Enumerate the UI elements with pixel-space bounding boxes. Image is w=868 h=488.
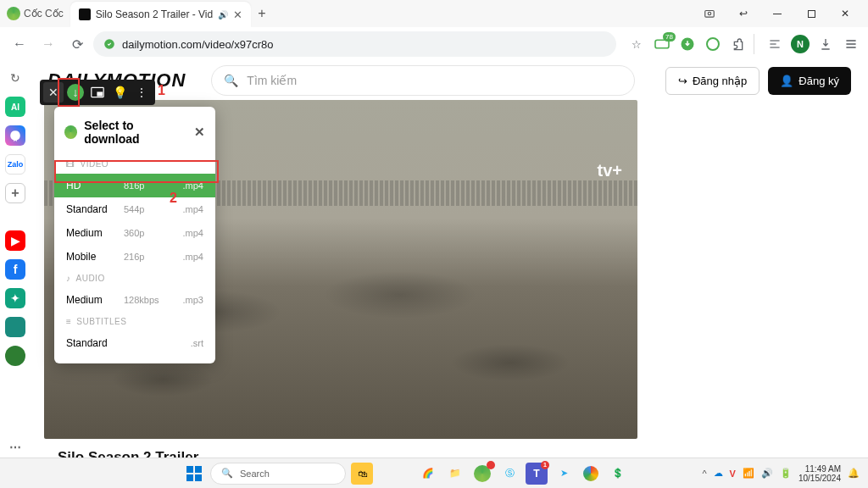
- popup-title: Select to download: [84, 119, 187, 146]
- toolbar-pip-icon[interactable]: [87, 82, 108, 103]
- taskbar-store-icon[interactable]: 🛍: [351, 463, 373, 485]
- toolbar-more-icon[interactable]: ⋮: [131, 82, 152, 103]
- screenshot-icon[interactable]: [693, 2, 726, 25]
- messenger-icon[interactable]: [5, 125, 25, 146]
- extensions-icon[interactable]: [728, 34, 748, 54]
- toolbar-download-button[interactable]: ↓: [65, 82, 86, 103]
- taskbar-search[interactable]: 🔍Search: [210, 463, 346, 485]
- annotation-1: 1: [158, 83, 165, 98]
- coccoc-ext-icon[interactable]: [703, 34, 723, 54]
- taskbar-telegram-icon[interactable]: ➤: [553, 463, 575, 485]
- nav-bar: ← → ⟳ dailymotion.com/video/x97cr8o ☆ 78…: [0, 27, 868, 61]
- tray-onedrive-icon[interactable]: ☁: [714, 468, 723, 479]
- divider: [754, 34, 760, 54]
- video-title: Silo Season 2 Trailer: [58, 449, 841, 458]
- taskbar-explorer-icon[interactable]: 📁: [444, 463, 466, 485]
- tab-title: Silo Season 2 Trailer - Vid: [96, 8, 214, 20]
- dl-option-medium[interactable]: Medium360p.mp4: [54, 221, 215, 245]
- tray-battery-icon[interactable]: 🔋: [780, 468, 792, 479]
- tab-audio-icon[interactable]: 🔊: [218, 10, 228, 19]
- savings-badge: 78: [663, 32, 676, 42]
- start-button[interactable]: [183, 463, 205, 485]
- windows-taskbar: 🔍Search 🛍 🌈 📁 Ⓢ T1 ➤ 💲 ^ ☁ V 📶 🔊 🔋 11:49…: [0, 458, 868, 488]
- tray-volume-icon[interactable]: 🔊: [761, 468, 773, 479]
- coccoc-swirl-icon: [7, 7, 20, 20]
- tray-wifi-icon[interactable]: 📶: [743, 468, 754, 479]
- downloads-icon[interactable]: [815, 34, 836, 54]
- tray-notification-icon[interactable]: 🔔: [848, 468, 860, 479]
- search-icon: 🔍: [224, 74, 238, 87]
- section-audio: ♪AUDIO: [54, 269, 215, 288]
- toolbar-lightbulb-icon[interactable]: 💡: [109, 82, 130, 103]
- section-video: 🎞VIDEO: [54, 154, 215, 174]
- browser-logo: Cốc Cốc: [7, 7, 64, 20]
- taskbar-copilot-icon[interactable]: 🌈: [417, 463, 439, 485]
- history-back-icon[interactable]: ↩: [727, 2, 760, 25]
- address-bar[interactable]: dailymotion.com/video/x97cr8o: [93, 31, 616, 57]
- svg-rect-12: [97, 92, 103, 96]
- minimize-button[interactable]: [761, 2, 793, 25]
- signup-button[interactable]: 👤Đăng ký: [768, 67, 851, 95]
- svg-point-1: [708, 12, 711, 15]
- new-tab-button[interactable]: +: [258, 6, 265, 21]
- more-sidebar-icon[interactable]: ⋯: [5, 437, 25, 458]
- login-button[interactable]: ↪Đăng nhập: [665, 67, 760, 95]
- dl-option-standard[interactable]: Standard544p.mp4: [54, 197, 215, 221]
- site-header: DAILYMOTION 🔍 Tìm kiếm ↪Đăng nhập 👤Đăng …: [31, 61, 868, 100]
- back-button[interactable]: ←: [7, 31, 32, 57]
- browser-tab[interactable]: Silo Season 2 Trailer - Vid 🔊 ✕: [70, 2, 252, 27]
- svg-rect-14: [195, 466, 202, 473]
- svg-rect-0: [705, 11, 715, 18]
- tray-app-icon[interactable]: V: [730, 469, 736, 479]
- search-placeholder: Tìm kiếm: [247, 74, 297, 87]
- reader-icon[interactable]: [765, 34, 785, 54]
- badge: [487, 461, 495, 469]
- section-subtitles: ≡SUBTITLES: [54, 312, 215, 331]
- tab-close-icon[interactable]: ✕: [233, 8, 242, 21]
- site-search[interactable]: 🔍 Tìm kiếm: [211, 65, 635, 96]
- dl-option-mobile[interactable]: Mobile216p.mp4: [54, 245, 215, 269]
- subtitle-icon: ≡: [66, 317, 71, 326]
- video-download-toolbar: ✕ ↓ 💡 ⋮: [40, 80, 155, 105]
- taskbar-skype-icon[interactable]: Ⓢ: [498, 463, 520, 485]
- download-ext-icon[interactable]: [677, 34, 698, 54]
- tray-chevron-icon[interactable]: ^: [702, 469, 706, 479]
- dl-option-audio-medium[interactable]: Medium128kbps.mp3: [54, 288, 215, 312]
- facebook-icon[interactable]: f: [5, 259, 25, 280]
- url-text: dailymotion.com/video/x97cr8o: [122, 38, 273, 51]
- download-popup-header: Select to download ✕: [54, 115, 215, 154]
- menu-icon[interactable]: [841, 34, 861, 54]
- restore-button[interactable]: [795, 2, 827, 25]
- profile-avatar[interactable]: N: [790, 34, 810, 54]
- app-green-icon[interactable]: [5, 317, 25, 337]
- add-sidebar-button[interactable]: +: [5, 183, 25, 203]
- savings-icon[interactable]: 78: [652, 34, 672, 54]
- dl-option-subtitle[interactable]: Standard.srt: [54, 331, 215, 355]
- close-window-button[interactable]: ✕: [829, 2, 861, 25]
- popup-close-icon[interactable]: ✕: [194, 125, 205, 140]
- taskbar-chrome-icon[interactable]: [580, 463, 602, 485]
- window-controls: ↩ ✕: [693, 2, 861, 25]
- history-icon[interactable]: ↻: [5, 68, 25, 88]
- title-bar: Cốc Cốc Silo Season 2 Trailer - Vid 🔊 ✕ …: [0, 0, 868, 27]
- svg-rect-15: [186, 474, 193, 481]
- tab-favicon-icon: [79, 8, 91, 20]
- chatgpt-icon[interactable]: ✦: [5, 288, 25, 308]
- taskbar-teams-icon[interactable]: T1: [526, 463, 548, 485]
- svg-rect-16: [195, 474, 202, 481]
- forward-button[interactable]: →: [36, 31, 61, 57]
- music-icon: ♪: [66, 274, 71, 283]
- taskbar-coccoc-icon[interactable]: [471, 463, 493, 485]
- toolbar-close-icon[interactable]: ✕: [43, 82, 64, 103]
- taskbar-money-icon[interactable]: 💲: [607, 463, 629, 485]
- tray-clock[interactable]: 11:49 AM 10/15/2024: [798, 464, 841, 483]
- youtube-icon[interactable]: ▶: [5, 230, 25, 251]
- app-circle-icon[interactable]: [5, 346, 25, 366]
- reload-button[interactable]: ⟳: [64, 31, 90, 57]
- ai-icon[interactable]: AI: [5, 97, 25, 117]
- dl-option-hd[interactable]: HD816p.mp4: [54, 174, 215, 197]
- zalo-icon[interactable]: Zalo: [5, 154, 25, 175]
- badge: 1: [541, 461, 549, 469]
- appletv-watermark: tv+: [598, 161, 622, 180]
- star-icon[interactable]: ☆: [626, 34, 647, 54]
